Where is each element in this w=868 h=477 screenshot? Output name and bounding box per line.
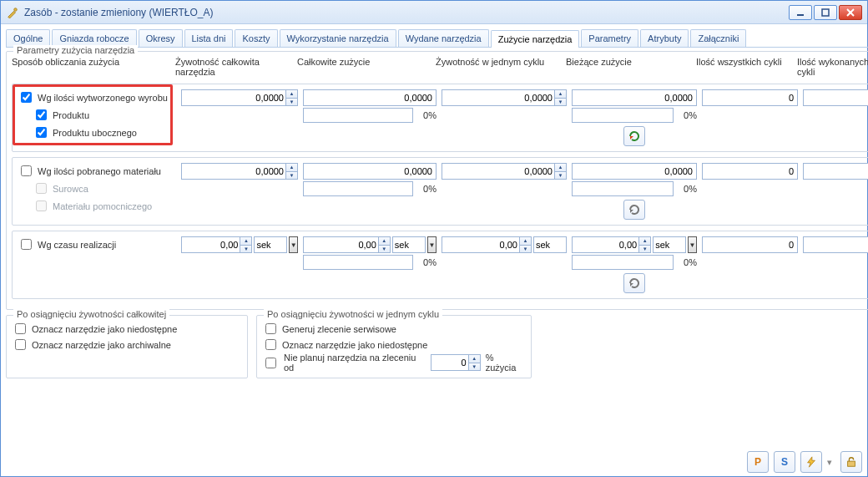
plan-threshold-check[interactable] bbox=[265, 358, 276, 368]
tab-gniazda-robocze[interactable]: Gniazda robocze bbox=[52, 29, 136, 47]
col-header-5: Ilość wszystkich cykli bbox=[696, 57, 792, 77]
wear-row-0: Wg ilości wytworzonego wyrobu Produktu P… bbox=[12, 84, 868, 152]
total-life-legend: Po osiągnięciu żywotności całkowitej bbox=[13, 309, 169, 319]
tab-wykorzystanie-narz-dzia[interactable]: Wykorzystanie narzędzia bbox=[280, 29, 396, 47]
tab-atrybuty[interactable]: Atrybuty bbox=[640, 29, 689, 47]
wear-row-1: Wg ilości pobranego materiału Surowca Ma… bbox=[12, 157, 868, 226]
row2-cycles-all[interactable] bbox=[702, 236, 798, 253]
row2-main-check[interactable]: Wg czasu realizacji bbox=[18, 236, 176, 252]
close-button[interactable] bbox=[839, 5, 862, 20]
wear-params-group: Parametry zużycia narzędzia Sposób oblic… bbox=[6, 51, 868, 310]
dropdown-toggle[interactable]: ▾ bbox=[827, 457, 832, 468]
row2-current-wear-down[interactable]: ▼ bbox=[638, 245, 650, 253]
row0-sub1-check[interactable]: Produktu ubocznego bbox=[18, 124, 176, 140]
row0-cycle-life-down[interactable]: ▼ bbox=[554, 98, 566, 106]
cycle-life-opt-1[interactable]: Oznacz narzędzie jako niedostępne bbox=[262, 337, 526, 353]
row2-current-wear-unit bbox=[653, 236, 686, 253]
row2-cycle-life[interactable] bbox=[442, 236, 532, 253]
row0-cycles-all[interactable] bbox=[702, 89, 798, 106]
tab-lista-dni[interactable]: Lista dni bbox=[184, 29, 234, 47]
svg-rect-10 bbox=[848, 461, 855, 466]
row2-total-wear-unit bbox=[392, 236, 426, 253]
wear-row-2: Wg czasu realizacji ▲▼ ▼ ▲▼ ▼ 0% ▲▼ ▲▼ ▼… bbox=[12, 231, 868, 299]
s-button[interactable]: S bbox=[774, 451, 795, 473]
svg-rect-2 bbox=[822, 9, 829, 16]
row2-current-pct: 0% bbox=[674, 257, 697, 267]
row0-cycle-life-up[interactable]: ▲ bbox=[554, 90, 566, 98]
total-life-opt-1[interactable]: Oznacz narzędzie jako archiwalne bbox=[12, 337, 242, 353]
col-header-0: Sposób obliczania zużycia bbox=[12, 57, 170, 77]
cycle-life-reached-group: Po osiągnięciu żywotności w jednym cyklu… bbox=[256, 315, 532, 378]
row1-total-life[interactable] bbox=[181, 163, 298, 180]
row0-total-life-up[interactable]: ▲ bbox=[285, 90, 297, 98]
row1-cycle-life[interactable] bbox=[442, 163, 567, 180]
app-window: Zasób - zostanie zmieniony (WIERTŁO_A) O… bbox=[0, 0, 868, 477]
row2-cycles-done[interactable] bbox=[803, 236, 868, 253]
row1-current-wear[interactable] bbox=[572, 163, 697, 180]
row2-cycle-life-unit bbox=[533, 236, 567, 253]
row2-total-life-down[interactable]: ▼ bbox=[240, 245, 251, 253]
row1-cycles-all[interactable] bbox=[702, 163, 798, 180]
row1-cycle-life-down[interactable]: ▼ bbox=[554, 171, 566, 180]
row2-reset-button[interactable] bbox=[623, 273, 645, 293]
row1-current-pct: 0% bbox=[674, 184, 697, 194]
row2-cycle-life-up[interactable]: ▲ bbox=[519, 237, 531, 245]
lightning-button[interactable] bbox=[800, 451, 822, 473]
tab-koszty[interactable]: Koszty bbox=[235, 29, 277, 47]
row2-total-life-unit-dd[interactable]: ▼ bbox=[289, 236, 298, 253]
col-header-1: Żywotność całkowita narzędzia bbox=[175, 57, 292, 77]
row2-current-wear-up[interactable]: ▲ bbox=[638, 237, 650, 245]
row1-total-life-up[interactable]: ▲ bbox=[285, 164, 297, 171]
col-header-3: Żywotność w jednym cyklu bbox=[436, 57, 561, 77]
row0-cycles-done[interactable] bbox=[803, 89, 868, 106]
row0-total-life-down[interactable]: ▼ bbox=[285, 98, 297, 106]
row0-current-wear[interactable] bbox=[572, 89, 697, 106]
tab-okresy[interactable]: Okresy bbox=[139, 29, 183, 47]
lock-button[interactable] bbox=[840, 451, 862, 473]
row1-cycles-done[interactable] bbox=[803, 163, 868, 180]
tab-zu-ycie-narz-dzia[interactable]: Zużycie narzędzia bbox=[491, 30, 580, 48]
row1-total-life-down[interactable]: ▼ bbox=[285, 171, 297, 180]
row2-total-wear-down[interactable]: ▼ bbox=[378, 245, 390, 253]
total-life-reached-group: Po osiągnięciu żywotności całkowitej Ozn… bbox=[6, 315, 248, 378]
row2-cycle-life-down[interactable]: ▼ bbox=[519, 245, 531, 253]
row0-total-life[interactable] bbox=[181, 89, 298, 106]
cycle-life-legend: Po osiągnięciu żywotności w jednym cyklu bbox=[264, 309, 442, 319]
plan-threshold-label-prefix: Nie planuj narzędzia na zleceniu od bbox=[284, 353, 426, 373]
bottom-toolbar: P S ▾ bbox=[1, 448, 867, 476]
wear-params-legend: Parametry zużycia narzędzia bbox=[13, 45, 138, 55]
row1-sub1-check: Materiału pomocniczego bbox=[18, 198, 176, 214]
tab-og-lne[interactable]: Ogólne bbox=[6, 29, 50, 47]
tab-parametry[interactable]: Parametry bbox=[581, 29, 638, 47]
row2-total-wear-unit-dd[interactable]: ▼ bbox=[427, 236, 437, 253]
row1-sub0-check: Surowca bbox=[18, 180, 176, 196]
row0-main-check[interactable]: Wg ilości wytworzonego wyrobu bbox=[18, 89, 176, 105]
row2-total-pct: 0% bbox=[413, 257, 437, 267]
plan-threshold-row: Nie planuj narzędzia na zleceniu od ▲▼ %… bbox=[262, 353, 526, 373]
row0-sub0-check[interactable]: Produktu bbox=[18, 107, 176, 123]
row2-total-life-up[interactable]: ▲ bbox=[240, 237, 251, 245]
col-header-4: Bieżące zużycie bbox=[566, 57, 691, 77]
row0-reset-button[interactable] bbox=[623, 126, 645, 146]
row0-total-wear[interactable] bbox=[303, 89, 437, 106]
plan-threshold-value-down[interactable]: ▼ bbox=[468, 363, 480, 371]
plan-threshold-value-up[interactable]: ▲ bbox=[468, 355, 480, 363]
row2-current-wear-unit-dd[interactable]: ▼ bbox=[688, 236, 697, 253]
row1-total-wear[interactable] bbox=[303, 163, 437, 180]
row1-reset-button[interactable] bbox=[623, 200, 645, 220]
minimize-button[interactable] bbox=[789, 5, 812, 20]
row2-total-wear-up[interactable]: ▲ bbox=[378, 237, 390, 245]
row0-cycle-life[interactable] bbox=[442, 89, 567, 106]
cycle-life-opt-0[interactable]: Generuj zlecenie serwisowe bbox=[262, 321, 526, 337]
col-header-2: Całkowite zużycie bbox=[297, 57, 431, 77]
tab-za-czniki[interactable]: Załączniki bbox=[690, 29, 746, 47]
maximize-button[interactable] bbox=[814, 5, 837, 20]
window-title: Zasób - zostanie zmieniony (WIERTŁO_A) bbox=[24, 7, 789, 18]
tab-wydane-narz-dzia[interactable]: Wydane narzędzia bbox=[398, 29, 489, 47]
row1-main-check[interactable]: Wg ilości pobranego materiału bbox=[18, 163, 176, 179]
titlebar: Zasób - zostanie zmieniony (WIERTŁO_A) bbox=[1, 1, 867, 24]
row2-total-life-unit bbox=[254, 236, 287, 253]
total-life-opt-0[interactable]: Oznacz narzędzie jako niedostępne bbox=[12, 321, 242, 337]
row1-cycle-life-up[interactable]: ▲ bbox=[554, 164, 566, 171]
p-button[interactable]: P bbox=[747, 451, 769, 473]
